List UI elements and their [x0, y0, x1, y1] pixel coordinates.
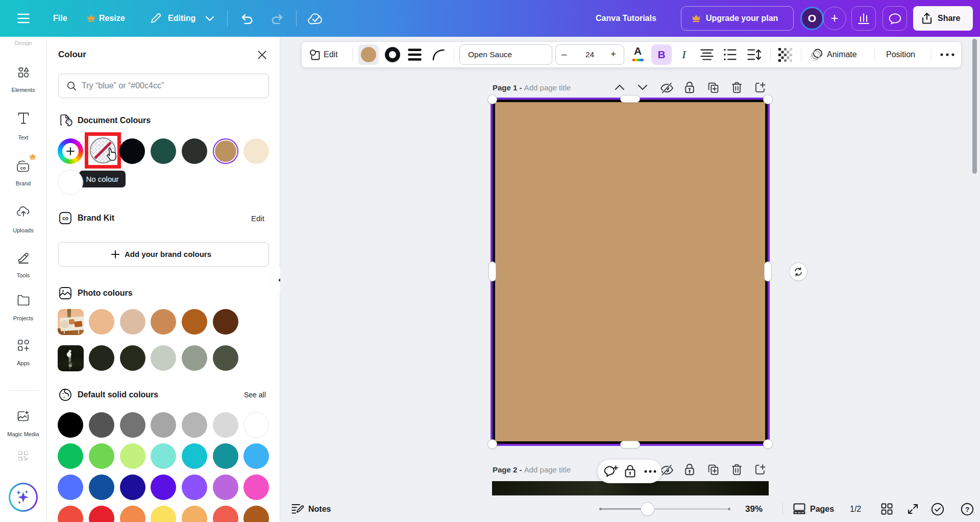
svg-text:co: co [20, 165, 26, 171]
svg-text:?: ? [965, 506, 969, 513]
svg-text:co: co [62, 216, 68, 221]
